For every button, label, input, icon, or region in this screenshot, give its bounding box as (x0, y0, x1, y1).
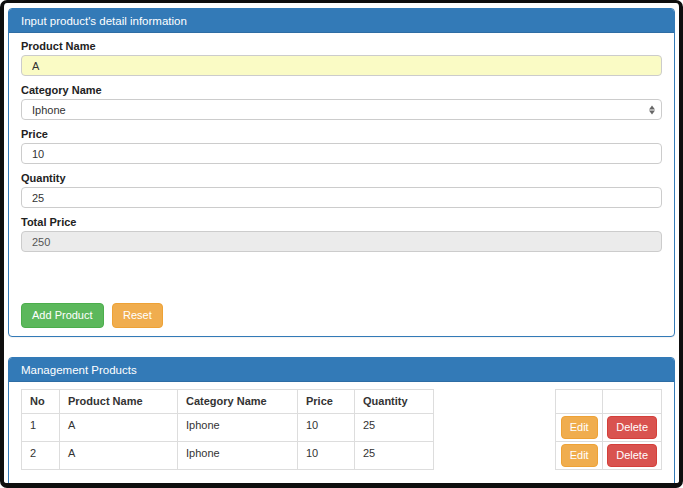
form-actions: Add Product Reset (21, 303, 662, 328)
input-panel-title: Input product's detail information (9, 9, 674, 33)
edit-cell: Edit (556, 442, 603, 470)
cell-no: 2 (22, 442, 60, 470)
delete-cell: Delete (603, 414, 662, 442)
actions-header-row (556, 390, 662, 414)
delete-button[interactable]: Delete (607, 444, 657, 467)
reset-button[interactable]: Reset (112, 303, 163, 328)
product-name-label: Product Name (21, 40, 662, 52)
input-product-panel: Input product's detail information Produ… (8, 8, 675, 337)
edit-cell: Edit (556, 414, 603, 442)
category-name-label: Category Name (21, 84, 662, 96)
actions-row: Edit Delete (556, 414, 662, 442)
products-table: No Product Name Category Name Price Quan… (21, 389, 434, 470)
category-name-select[interactable]: Iphone (21, 99, 662, 120)
quantity-input[interactable] (21, 187, 662, 208)
header-price: Price (298, 390, 355, 414)
product-name-input[interactable] (21, 55, 662, 76)
product-name-group: Product Name (21, 40, 662, 76)
select-stepper-icon (649, 105, 655, 114)
cell-product-name: A (60, 414, 178, 442)
total-price-group: Total Price (21, 216, 662, 252)
management-panel-body: No Product Name Category Name Price Quan… (9, 382, 674, 488)
cell-quantity: 25 (355, 442, 434, 470)
price-group: Price (21, 128, 662, 164)
total-price-label: Total Price (21, 216, 662, 228)
delete-cell: Delete (603, 442, 662, 470)
page: Input product's detail information Produ… (0, 0, 683, 488)
products-table-header-row: No Product Name Category Name Price Quan… (22, 390, 434, 414)
cell-price: 10 (298, 442, 355, 470)
price-label: Price (21, 128, 662, 140)
cell-quantity: 25 (355, 414, 434, 442)
cell-product-name: A (60, 442, 178, 470)
panel-gap (8, 337, 675, 357)
table-row: 2 A Iphone 10 25 (22, 442, 434, 470)
add-product-button[interactable]: Add Product (21, 303, 104, 328)
cell-category-name: Iphone (178, 414, 298, 442)
edit-button[interactable]: Edit (561, 416, 598, 439)
price-input[interactable] (21, 143, 662, 164)
cell-category-name: Iphone (178, 442, 298, 470)
management-panel-title: Management Products (9, 358, 674, 382)
input-panel-body: Product Name Category Name Iphone Price (9, 33, 674, 336)
header-category-name: Category Name (178, 390, 298, 414)
header-delete-empty (603, 390, 662, 414)
category-selected-option: Iphone (32, 104, 66, 116)
total-price-input (21, 231, 662, 252)
header-no: No (22, 390, 60, 414)
actions-row: Edit Delete (556, 442, 662, 470)
table-row: 1 A Iphone 10 25 (22, 414, 434, 442)
row-actions-table: Edit Delete Edit Delete (555, 389, 662, 470)
quantity-group: Quantity (21, 172, 662, 208)
delete-button[interactable]: Delete (607, 416, 657, 439)
management-products-panel: Management Products No Product Name Cate… (8, 357, 675, 488)
quantity-label: Quantity (21, 172, 662, 184)
header-quantity: Quantity (355, 390, 434, 414)
edit-button[interactable]: Edit (561, 444, 598, 467)
cell-price: 10 (298, 414, 355, 442)
category-name-group: Category Name Iphone (21, 84, 662, 120)
header-product-name: Product Name (60, 390, 178, 414)
header-edit-empty (556, 390, 603, 414)
cell-no: 1 (22, 414, 60, 442)
